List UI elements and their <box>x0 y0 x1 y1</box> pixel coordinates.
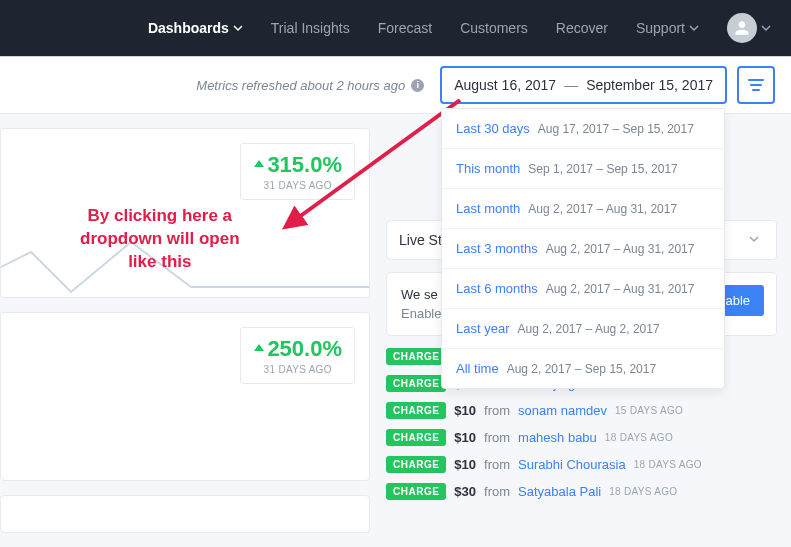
annotation-text: By clicking here a dropdown will open li… <box>80 205 240 274</box>
charge-tag: CHARGE <box>386 402 446 419</box>
dash: — <box>564 77 578 93</box>
customer-link[interactable]: Satyabala Pali <box>518 484 601 499</box>
charge-tag: CHARGE <box>386 429 446 446</box>
filter-icon <box>747 76 765 94</box>
charge-tag: CHARGE <box>386 483 446 500</box>
feed-row: CHARGE$10frommahesh babu18 DAYS AGO <box>386 429 777 446</box>
option-label: Last 3 months <box>456 241 538 256</box>
option-range: Aug 2, 2017 – Aug 2, 2017 <box>517 322 659 336</box>
top-nav: DashboardsTrial InsightsForecastCustomer… <box>0 0 791 56</box>
nav-item-trial-insights[interactable]: Trial Insights <box>271 20 350 36</box>
time-ago: 18 DAYS AGO <box>634 459 702 470</box>
date-range-option[interactable]: All timeAug 2, 2017 – Sep 15, 2017 <box>442 349 724 388</box>
nav-item-forecast[interactable]: Forecast <box>378 20 432 36</box>
customer-link[interactable]: Surabhi Chourasia <box>518 457 626 472</box>
arrow-up-icon <box>253 159 265 171</box>
option-label: This month <box>456 161 520 176</box>
refresh-status: Metrics refreshed about 2 hours ago i <box>196 78 424 93</box>
date-range-option[interactable]: Last 3 monthsAug 2, 2017 – Aug 31, 2017 <box>442 229 724 269</box>
from-label: from <box>484 484 510 499</box>
feed-row: CHARGE$10fromsonam namdev15 DAYS AGO <box>386 402 777 419</box>
arrow-up-icon <box>253 343 265 355</box>
avatar-icon <box>727 13 757 43</box>
option-range: Sep 1, 2017 – Sep 15, 2017 <box>528 162 677 176</box>
chevron-down-icon <box>689 23 699 33</box>
from-label: from <box>484 430 510 445</box>
amount: $10 <box>454 430 476 445</box>
nav-item-customers[interactable]: Customers <box>460 20 528 36</box>
option-range: Aug 17, 2017 – Sep 15, 2017 <box>538 122 694 136</box>
option-label: Last 30 days <box>456 121 530 136</box>
option-label: All time <box>456 361 499 376</box>
feed-row: CHARGE$10fromSurabhi Chourasia18 DAYS AG… <box>386 456 777 473</box>
option-range: Aug 2, 2017 – Aug 31, 2017 <box>528 202 677 216</box>
avatar-menu[interactable] <box>727 13 771 43</box>
date-range-dropdown: Last 30 daysAug 17, 2017 – Sep 15, 2017T… <box>441 108 725 389</box>
from-label: from <box>484 403 510 418</box>
date-range-option[interactable]: Last 30 daysAug 17, 2017 – Sep 15, 2017 <box>442 109 724 149</box>
charge-tag: CHARGE <box>386 348 446 365</box>
time-ago: 15 DAYS AGO <box>615 405 683 416</box>
metric-card: 250.0% 31 DAYS AGO <box>0 312 370 482</box>
filter-button[interactable] <box>737 66 775 104</box>
option-range: Aug 2, 2017 – Aug 31, 2017 <box>546 242 695 256</box>
nav-item-dashboards[interactable]: Dashboards <box>148 20 243 36</box>
amount: $10 <box>454 457 476 472</box>
date-from: August 16, 2017 <box>454 77 556 93</box>
option-label: Last month <box>456 201 520 216</box>
sub-bar: Metrics refreshed about 2 hours ago i Au… <box>0 57 791 114</box>
chevron-down-icon[interactable] <box>744 228 764 252</box>
time-ago: 18 DAYS AGO <box>605 432 673 443</box>
chevron-down-icon <box>233 23 243 33</box>
stat-badge: 250.0% 31 DAYS AGO <box>240 327 355 384</box>
live-stream-label: Live St <box>399 232 442 248</box>
customer-link[interactable]: sonam namdev <box>518 403 607 418</box>
date-range-option[interactable]: Last 6 monthsAug 2, 2017 – Aug 31, 2017 <box>442 269 724 309</box>
amount: $10 <box>454 403 476 418</box>
option-label: Last year <box>456 321 509 336</box>
date-range-option[interactable]: Last monthAug 2, 2017 – Aug 31, 2017 <box>442 189 724 229</box>
metric-card <box>0 495 370 533</box>
chevron-down-icon <box>761 23 771 33</box>
date-range-option[interactable]: Last yearAug 2, 2017 – Aug 2, 2017 <box>442 309 724 349</box>
option-range: Aug 2, 2017 – Sep 15, 2017 <box>507 362 656 376</box>
date-range-option[interactable]: This monthSep 1, 2017 – Sep 15, 2017 <box>442 149 724 189</box>
stat-badge: 315.0% 31 DAYS AGO <box>240 143 355 200</box>
option-range: Aug 2, 2017 – Aug 31, 2017 <box>546 282 695 296</box>
date-to: September 15, 2017 <box>586 77 713 93</box>
divider <box>0 56 791 57</box>
customer-link[interactable]: mahesh babu <box>518 430 597 445</box>
from-label: from <box>484 457 510 472</box>
nav-item-support[interactable]: Support <box>636 20 699 36</box>
feed-row: CHARGE$30fromSatyabala Pali18 DAYS AGO <box>386 483 777 500</box>
date-range-picker[interactable]: August 16, 2017 — September 15, 2017 <box>440 66 727 104</box>
charge-tag: CHARGE <box>386 375 446 392</box>
option-label: Last 6 months <box>456 281 538 296</box>
time-ago: 18 DAYS AGO <box>609 486 677 497</box>
info-icon[interactable]: i <box>411 79 424 92</box>
amount: $30 <box>454 484 476 499</box>
charge-tag: CHARGE <box>386 456 446 473</box>
nav-item-recover[interactable]: Recover <box>556 20 608 36</box>
